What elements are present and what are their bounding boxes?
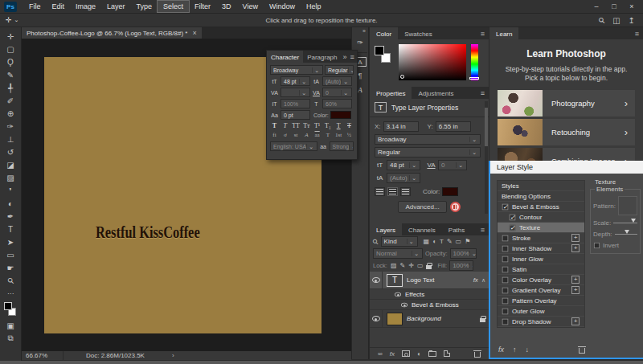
filter-shape-icon[interactable]: ✎: [447, 238, 453, 245]
move-tool[interactable]: ✛: [2, 30, 18, 43]
inner-shadow-item[interactable]: Inner Shadow+: [498, 243, 584, 254]
lock-transparency-icon[interactable]: ▨: [391, 262, 397, 269]
menu-filter[interactable]: Filter: [189, 1, 216, 12]
color-overlay-item[interactable]: Color Overlay+: [498, 275, 584, 285]
ligatures-button[interactable]: fi: [270, 132, 279, 138]
status-options-chevron[interactable]: ›: [172, 352, 174, 359]
leading-dropdown[interactable]: (Auto)⌄: [387, 173, 420, 183]
font-family-dropdown[interactable]: Broadway⌄: [375, 134, 481, 145]
tab-adjustments[interactable]: Adjustments: [412, 87, 460, 99]
quick-mask-button[interactable]: ▣: [2, 319, 18, 332]
tab-channels[interactable]: Channels: [402, 223, 442, 235]
learn-card-retouching[interactable]: Retouching ›: [498, 119, 635, 145]
menu-select[interactable]: Select: [158, 1, 189, 12]
menu-window[interactable]: Window: [264, 1, 301, 12]
pattern-overlay-item[interactable]: Pattern Overlay: [498, 296, 584, 306]
eye-icon[interactable]: [395, 292, 401, 297]
opacity-dropdown[interactable]: 100%⌄: [450, 248, 477, 259]
layer-name[interactable]: Background: [407, 315, 441, 322]
status-zoom-field[interactable]: 66.67%: [22, 351, 63, 360]
lasso-tool[interactable]: Ϙ: [2, 55, 18, 68]
collapse-panel-icon[interactable]: »: [341, 51, 348, 63]
contextual-alternates-button[interactable]: ơ: [281, 132, 289, 138]
checkbox[interactable]: [502, 245, 509, 252]
document-tab[interactable]: Photoshop-Coffee-Logo @ 66.7% (Logo Text…: [22, 27, 202, 39]
checkbox[interactable]: [502, 297, 509, 304]
horizontal-scale-field[interactable]: 60%: [322, 99, 352, 108]
align-left-button[interactable]: [375, 187, 385, 196]
add-instance-icon[interactable]: +: [571, 286, 580, 294]
checkbox-checked[interactable]: [502, 203, 509, 210]
swash-button[interactable]: A: [302, 132, 311, 138]
close-button[interactable]: ×: [623, 2, 641, 10]
eyedropper-tool[interactable]: ✐: [2, 94, 18, 107]
checkbox[interactable]: [502, 235, 509, 241]
add-effect-icon[interactable]: fx: [498, 346, 504, 354]
tab-paths[interactable]: Paths: [442, 223, 471, 235]
tab-swatches[interactable]: Swatches: [398, 27, 439, 39]
add-instance-icon[interactable]: +: [571, 276, 580, 284]
panel-menu-icon[interactable]: ≡: [631, 27, 643, 39]
new-layer-icon[interactable]: [444, 350, 450, 357]
add-instance-icon[interactable]: +: [571, 234, 580, 242]
maximize-button[interactable]: □: [605, 2, 623, 10]
all-caps-button[interactable]: TT: [292, 122, 301, 129]
depth-slider-thumb[interactable]: [625, 230, 629, 234]
language-dropdown[interactable]: English: USA⌄: [270, 141, 317, 151]
brush-tool[interactable]: ✑: [2, 120, 18, 133]
font-style-dropdown[interactable]: Regular⌄: [375, 147, 481, 157]
layer-row-logo-text[interactable]: T Logo Text fx ∧: [370, 272, 489, 289]
align-right-button[interactable]: [400, 187, 411, 196]
eye-icon[interactable]: [372, 277, 380, 283]
menu-3d[interactable]: 3D: [216, 1, 237, 12]
titling-alternates-button[interactable]: T: [323, 132, 332, 138]
tracking-dropdown[interactable]: 0⌄: [438, 160, 467, 170]
color-swatches[interactable]: [2, 301, 18, 317]
quick-selection-tool[interactable]: ✎: [2, 68, 18, 81]
panel-menu-icon[interactable]: ≡: [477, 223, 489, 235]
marquee-tool[interactable]: ▢: [2, 43, 18, 55]
faux-italic-button[interactable]: T: [281, 122, 289, 129]
blending-options-item[interactable]: Blending Options: [498, 191, 584, 202]
gradient-tool[interactable]: ▨: [2, 171, 18, 184]
foreground-color-swatch[interactable]: [375, 46, 384, 55]
menu-view[interactable]: View: [237, 1, 264, 12]
learn-card-combining-images[interactable]: Combining Images ›: [498, 148, 635, 161]
styles-item[interactable]: Styles: [498, 181, 584, 191]
satin-item[interactable]: Satin: [498, 264, 584, 275]
texture-item[interactable]: Texture: [498, 223, 584, 233]
checkbox[interactable]: [502, 266, 509, 272]
text-color-swatch[interactable]: [442, 187, 458, 196]
collapse-effects-icon[interactable]: ∧: [481, 277, 485, 284]
background-layer-thumbnail[interactable]: [387, 313, 403, 325]
font-style-dropdown[interactable]: Regular⌄: [325, 65, 354, 75]
hue-slider-thumb[interactable]: [469, 77, 479, 80]
menu-help[interactable]: Help: [301, 1, 327, 12]
lock-pixels-icon[interactable]: ✎: [400, 262, 406, 269]
color-picker-cursor[interactable]: [400, 75, 404, 79]
add-instance-icon[interactable]: +: [571, 244, 580, 252]
scale-slider[interactable]: [613, 223, 637, 223]
checkbox[interactable]: [502, 318, 509, 325]
checkbox-checked[interactable]: [510, 214, 516, 220]
text-color-swatch[interactable]: [330, 111, 351, 119]
move-effect-down-icon[interactable]: ↓: [526, 346, 530, 354]
lock-position-icon[interactable]: ✛: [408, 262, 414, 269]
align-center-button[interactable]: [387, 187, 398, 196]
brush-settings-panel-icon[interactable]: ✑: [354, 37, 367, 48]
ordinals-button[interactable]: 1st: [334, 132, 343, 138]
contour-item[interactable]: Contour: [498, 212, 584, 223]
fractions-button[interactable]: ½: [345, 132, 354, 138]
vertical-scale-field[interactable]: 100%: [281, 99, 310, 108]
tab-close-icon[interactable]: ×: [192, 29, 196, 37]
menu-edit[interactable]: Edit: [47, 1, 71, 12]
visibility-cell[interactable]: [370, 310, 383, 327]
invert-checkbox[interactable]: [594, 243, 600, 248]
history-brush-tool[interactable]: ↺: [2, 145, 18, 158]
add-mask-icon[interactable]: [402, 350, 410, 357]
filter-smart-object-icon[interactable]: ▭: [456, 238, 462, 245]
anti-alias-dropdown[interactable]: Strong⌄: [330, 141, 354, 151]
adjustment-layer-icon[interactable]: ◐: [417, 350, 421, 358]
menu-file[interactable]: File: [23, 1, 47, 12]
filter-type-icon[interactable]: T: [440, 238, 444, 245]
